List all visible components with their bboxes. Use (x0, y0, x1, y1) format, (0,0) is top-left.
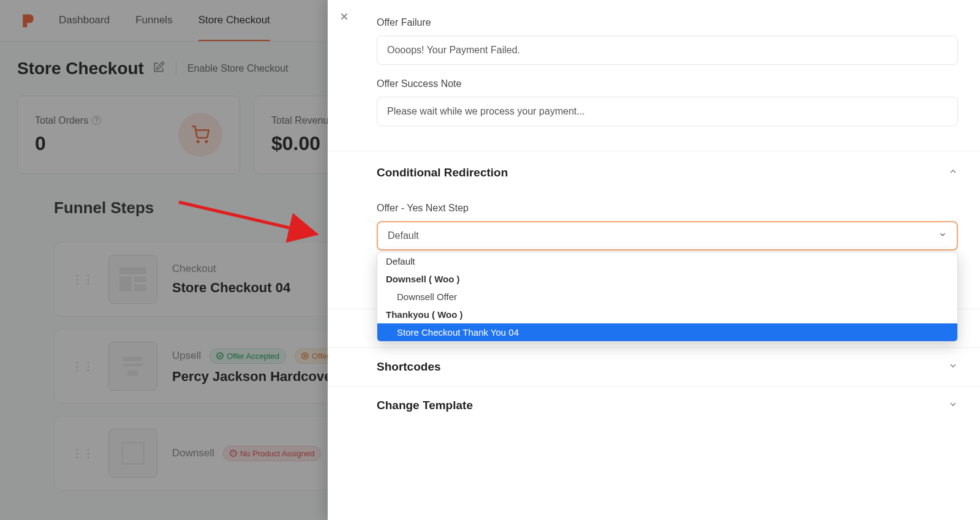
chevron-down-icon (948, 361, 958, 373)
section-shortcodes[interactable]: Shortcodes (328, 347, 980, 386)
select-value: Default (388, 230, 419, 241)
offer-success-input[interactable] (377, 97, 958, 126)
offer-yes-select[interactable]: Default Default Downsell ( Woo ) Downsel… (377, 221, 958, 251)
select-dropdown: Default Downsell ( Woo ) Downsell Offer … (377, 252, 958, 342)
chevron-down-icon (938, 230, 947, 241)
close-icon[interactable] (339, 10, 350, 26)
settings-panel: Offer Failure Offer Success Note Conditi… (328, 0, 980, 520)
option-store-checkout-thankyou[interactable]: Store Checkout Thank You 04 (377, 323, 957, 341)
offer-failure-label: Offer Failure (377, 17, 958, 28)
offer-failure-input[interactable] (377, 36, 958, 65)
option-downsell-offer[interactable]: Downsell Offer (377, 288, 957, 306)
option-group-thankyou: Thankyou ( Woo ) (377, 306, 957, 323)
offer-yes-label: Offer - Yes Next Step (377, 203, 958, 214)
section-change-template[interactable]: Change Template (328, 386, 980, 424)
chevron-down-icon (948, 399, 958, 412)
chevron-up-icon[interactable] (948, 167, 958, 179)
option-default[interactable]: Default (377, 252, 957, 270)
option-group-downsell: Downsell ( Woo ) (377, 270, 957, 288)
offer-success-label: Offer Success Note (377, 78, 958, 89)
conditional-redirection-title: Conditional Redirection (377, 166, 508, 179)
